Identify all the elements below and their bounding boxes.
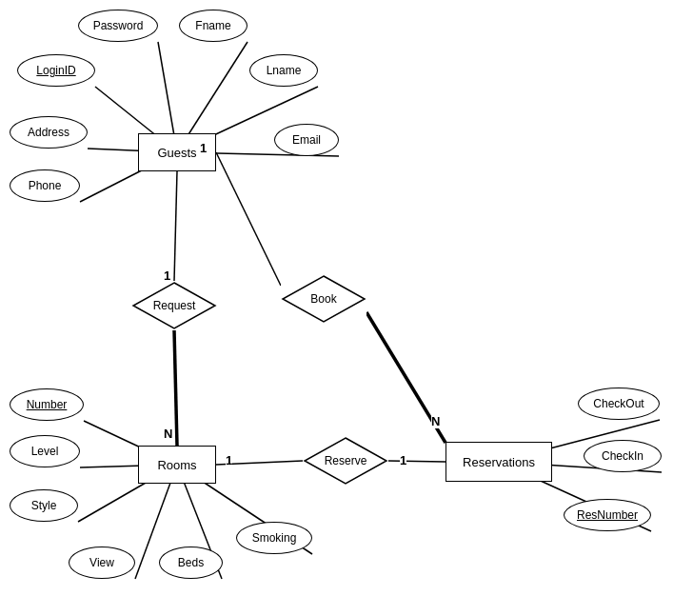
card-rooms-reserve-1: 1 <box>226 453 232 467</box>
attr-number: Number <box>10 388 84 421</box>
attr-lname: Lname <box>249 54 318 87</box>
entity-rooms-label: Rooms <box>157 458 196 472</box>
card-rooms-request-n: N <box>164 427 172 441</box>
attr-beds: Beds <box>159 546 223 579</box>
relationship-book: Book <box>281 274 366 324</box>
attr-view: View <box>69 546 135 579</box>
attr-email: Email <box>274 124 339 156</box>
attr-checkin: CheckIn <box>584 440 662 472</box>
card-book-reservations-n: N <box>431 414 440 428</box>
relationship-request: Request <box>131 281 217 330</box>
attr-address: Address <box>10 116 88 149</box>
relationship-reserve: Reserve <box>303 436 388 486</box>
attr-resnumber: ResNumber <box>564 499 651 531</box>
entity-guests-label: Guests <box>157 146 196 160</box>
attr-smoking: Smoking <box>236 522 312 554</box>
card-guests-request-1: 1 <box>164 268 170 283</box>
attr-fname: Fname <box>179 10 248 42</box>
attr-checkout: CheckOut <box>578 387 660 420</box>
attr-style: Style <box>10 489 78 522</box>
attr-phone: Phone <box>10 169 80 202</box>
card-guests-rooms-1: 1 <box>200 141 207 155</box>
entity-reservations: Reservations <box>446 442 552 482</box>
attr-loginid: LoginID <box>17 54 95 87</box>
attr-password: Password <box>78 10 158 42</box>
er-diagram: Guests Rooms Reservations LoginID Passwo… <box>0 0 693 616</box>
entity-reservations-label: Reservations <box>463 455 535 469</box>
entity-rooms: Rooms <box>138 446 216 484</box>
attr-level: Level <box>10 435 80 467</box>
card-reserve-reservations-1: 1 <box>400 453 406 467</box>
